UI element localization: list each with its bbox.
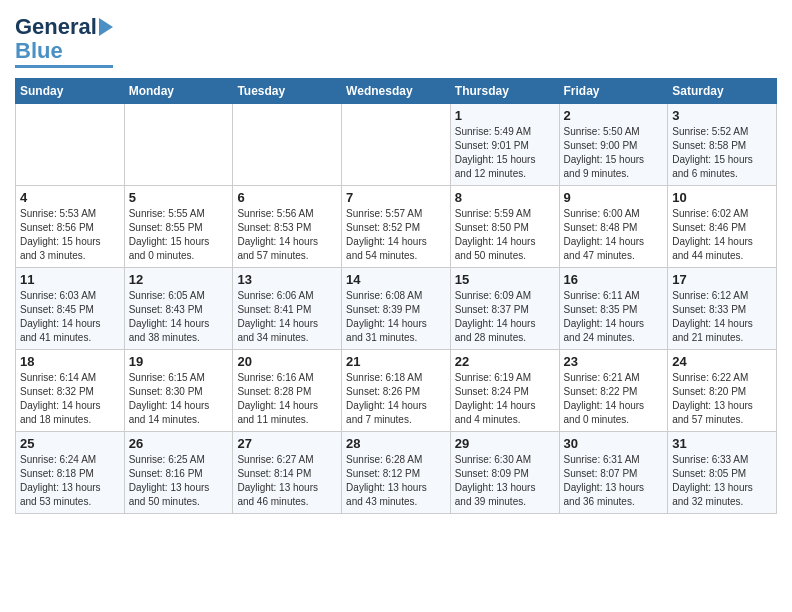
calendar-cell: 29Sunrise: 6:30 AM Sunset: 8:09 PM Dayli…: [450, 432, 559, 514]
day-of-week-wednesday: Wednesday: [342, 79, 451, 104]
day-info: Sunrise: 6:11 AM Sunset: 8:35 PM Dayligh…: [564, 289, 664, 345]
day-number: 3: [672, 108, 772, 123]
day-info: Sunrise: 5:53 AM Sunset: 8:56 PM Dayligh…: [20, 207, 120, 263]
day-number: 25: [20, 436, 120, 451]
calendar-cell: 19Sunrise: 6:15 AM Sunset: 8:30 PM Dayli…: [124, 350, 233, 432]
day-info: Sunrise: 6:08 AM Sunset: 8:39 PM Dayligh…: [346, 289, 446, 345]
day-number: 20: [237, 354, 337, 369]
day-info: Sunrise: 6:15 AM Sunset: 8:30 PM Dayligh…: [129, 371, 229, 427]
day-info: Sunrise: 6:00 AM Sunset: 8:48 PM Dayligh…: [564, 207, 664, 263]
calendar-cell: 31Sunrise: 6:33 AM Sunset: 8:05 PM Dayli…: [668, 432, 777, 514]
day-of-week-saturday: Saturday: [668, 79, 777, 104]
day-info: Sunrise: 6:21 AM Sunset: 8:22 PM Dayligh…: [564, 371, 664, 427]
day-info: Sunrise: 6:31 AM Sunset: 8:07 PM Dayligh…: [564, 453, 664, 509]
page-header: General Blue: [15, 15, 777, 68]
day-info: Sunrise: 6:19 AM Sunset: 8:24 PM Dayligh…: [455, 371, 555, 427]
calendar-cell: 14Sunrise: 6:08 AM Sunset: 8:39 PM Dayli…: [342, 268, 451, 350]
day-info: Sunrise: 6:05 AM Sunset: 8:43 PM Dayligh…: [129, 289, 229, 345]
calendar-cell: 16Sunrise: 6:11 AM Sunset: 8:35 PM Dayli…: [559, 268, 668, 350]
logo-arrow-icon: [99, 18, 113, 36]
calendar-cell: 15Sunrise: 6:09 AM Sunset: 8:37 PM Dayli…: [450, 268, 559, 350]
calendar-cell: 23Sunrise: 6:21 AM Sunset: 8:22 PM Dayli…: [559, 350, 668, 432]
day-number: 5: [129, 190, 229, 205]
calendar-cell: 11Sunrise: 6:03 AM Sunset: 8:45 PM Dayli…: [16, 268, 125, 350]
calendar-cell: 28Sunrise: 6:28 AM Sunset: 8:12 PM Dayli…: [342, 432, 451, 514]
day-info: Sunrise: 5:55 AM Sunset: 8:55 PM Dayligh…: [129, 207, 229, 263]
day-number: 15: [455, 272, 555, 287]
day-info: Sunrise: 6:14 AM Sunset: 8:32 PM Dayligh…: [20, 371, 120, 427]
logo-text-blue: Blue: [15, 39, 63, 63]
day-info: Sunrise: 6:06 AM Sunset: 8:41 PM Dayligh…: [237, 289, 337, 345]
day-number: 22: [455, 354, 555, 369]
day-number: 23: [564, 354, 664, 369]
day-info: Sunrise: 6:28 AM Sunset: 8:12 PM Dayligh…: [346, 453, 446, 509]
day-info: Sunrise: 5:56 AM Sunset: 8:53 PM Dayligh…: [237, 207, 337, 263]
day-info: Sunrise: 6:30 AM Sunset: 8:09 PM Dayligh…: [455, 453, 555, 509]
calendar-cell: [233, 104, 342, 186]
day-number: 1: [455, 108, 555, 123]
day-info: Sunrise: 6:22 AM Sunset: 8:20 PM Dayligh…: [672, 371, 772, 427]
day-info: Sunrise: 6:16 AM Sunset: 8:28 PM Dayligh…: [237, 371, 337, 427]
day-number: 2: [564, 108, 664, 123]
calendar-week-1: 1Sunrise: 5:49 AM Sunset: 9:01 PM Daylig…: [16, 104, 777, 186]
calendar-cell: 24Sunrise: 6:22 AM Sunset: 8:20 PM Dayli…: [668, 350, 777, 432]
calendar-week-5: 25Sunrise: 6:24 AM Sunset: 8:18 PM Dayli…: [16, 432, 777, 514]
calendar-header-row: SundayMondayTuesdayWednesdayThursdayFrid…: [16, 79, 777, 104]
day-number: 16: [564, 272, 664, 287]
day-number: 26: [129, 436, 229, 451]
day-info: Sunrise: 5:57 AM Sunset: 8:52 PM Dayligh…: [346, 207, 446, 263]
calendar-cell: 30Sunrise: 6:31 AM Sunset: 8:07 PM Dayli…: [559, 432, 668, 514]
day-number: 27: [237, 436, 337, 451]
day-number: 11: [20, 272, 120, 287]
day-number: 19: [129, 354, 229, 369]
calendar-cell: 9Sunrise: 6:00 AM Sunset: 8:48 PM Daylig…: [559, 186, 668, 268]
calendar-cell: 12Sunrise: 6:05 AM Sunset: 8:43 PM Dayli…: [124, 268, 233, 350]
day-number: 28: [346, 436, 446, 451]
calendar-cell: 3Sunrise: 5:52 AM Sunset: 8:58 PM Daylig…: [668, 104, 777, 186]
day-info: Sunrise: 5:50 AM Sunset: 9:00 PM Dayligh…: [564, 125, 664, 181]
day-number: 21: [346, 354, 446, 369]
day-number: 24: [672, 354, 772, 369]
calendar-cell: 5Sunrise: 5:55 AM Sunset: 8:55 PM Daylig…: [124, 186, 233, 268]
day-info: Sunrise: 6:24 AM Sunset: 8:18 PM Dayligh…: [20, 453, 120, 509]
calendar-cell: 2Sunrise: 5:50 AM Sunset: 9:00 PM Daylig…: [559, 104, 668, 186]
calendar-cell: 17Sunrise: 6:12 AM Sunset: 8:33 PM Dayli…: [668, 268, 777, 350]
day-info: Sunrise: 5:52 AM Sunset: 8:58 PM Dayligh…: [672, 125, 772, 181]
day-info: Sunrise: 6:33 AM Sunset: 8:05 PM Dayligh…: [672, 453, 772, 509]
day-info: Sunrise: 6:09 AM Sunset: 8:37 PM Dayligh…: [455, 289, 555, 345]
calendar-cell: 8Sunrise: 5:59 AM Sunset: 8:50 PM Daylig…: [450, 186, 559, 268]
logo-underline: [15, 65, 113, 68]
day-number: 30: [564, 436, 664, 451]
day-number: 29: [455, 436, 555, 451]
day-info: Sunrise: 5:59 AM Sunset: 8:50 PM Dayligh…: [455, 207, 555, 263]
calendar-week-3: 11Sunrise: 6:03 AM Sunset: 8:45 PM Dayli…: [16, 268, 777, 350]
day-number: 10: [672, 190, 772, 205]
calendar-cell: 18Sunrise: 6:14 AM Sunset: 8:32 PM Dayli…: [16, 350, 125, 432]
day-number: 12: [129, 272, 229, 287]
calendar-cell: 20Sunrise: 6:16 AM Sunset: 8:28 PM Dayli…: [233, 350, 342, 432]
calendar-cell: 25Sunrise: 6:24 AM Sunset: 8:18 PM Dayli…: [16, 432, 125, 514]
day-of-week-tuesday: Tuesday: [233, 79, 342, 104]
calendar-cell: 21Sunrise: 6:18 AM Sunset: 8:26 PM Dayli…: [342, 350, 451, 432]
day-info: Sunrise: 5:49 AM Sunset: 9:01 PM Dayligh…: [455, 125, 555, 181]
calendar-table: SundayMondayTuesdayWednesdayThursdayFrid…: [15, 78, 777, 514]
calendar-cell: 1Sunrise: 5:49 AM Sunset: 9:01 PM Daylig…: [450, 104, 559, 186]
calendar-week-4: 18Sunrise: 6:14 AM Sunset: 8:32 PM Dayli…: [16, 350, 777, 432]
logo: General Blue: [15, 15, 113, 68]
day-number: 4: [20, 190, 120, 205]
calendar-cell: [124, 104, 233, 186]
calendar-cell: [16, 104, 125, 186]
calendar-cell: 13Sunrise: 6:06 AM Sunset: 8:41 PM Dayli…: [233, 268, 342, 350]
calendar-cell: 6Sunrise: 5:56 AM Sunset: 8:53 PM Daylig…: [233, 186, 342, 268]
day-number: 18: [20, 354, 120, 369]
day-info: Sunrise: 6:02 AM Sunset: 8:46 PM Dayligh…: [672, 207, 772, 263]
day-number: 14: [346, 272, 446, 287]
day-info: Sunrise: 6:12 AM Sunset: 8:33 PM Dayligh…: [672, 289, 772, 345]
day-number: 8: [455, 190, 555, 205]
day-info: Sunrise: 6:03 AM Sunset: 8:45 PM Dayligh…: [20, 289, 120, 345]
day-of-week-sunday: Sunday: [16, 79, 125, 104]
calendar-cell: 22Sunrise: 6:19 AM Sunset: 8:24 PM Dayli…: [450, 350, 559, 432]
day-info: Sunrise: 6:18 AM Sunset: 8:26 PM Dayligh…: [346, 371, 446, 427]
day-number: 7: [346, 190, 446, 205]
day-number: 17: [672, 272, 772, 287]
